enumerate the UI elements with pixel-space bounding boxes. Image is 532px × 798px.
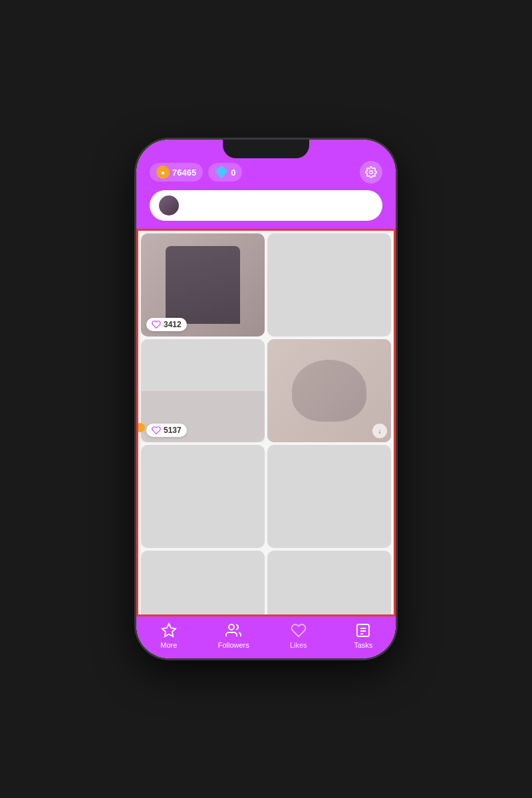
avatar-image [159, 196, 179, 215]
heart-icon [152, 426, 161, 435]
bottom-nav: More Followers [136, 616, 396, 658]
face-detail [292, 360, 366, 422]
grid-item[interactable] [267, 233, 391, 336]
coins-value: 76465 [172, 168, 196, 178]
svg-rect-2 [357, 624, 369, 636]
face-overlay [267, 339, 391, 442]
header-top: ● 76465 0 [147, 161, 385, 184]
diamond-badge: 0 [208, 163, 242, 182]
svg-point-1 [229, 624, 234, 630]
tasks-nav-icon [354, 622, 372, 639]
avatar [159, 196, 179, 215]
grid-item[interactable]: 3412 [141, 233, 265, 336]
diamonds-value: 0 [231, 168, 235, 178]
figure-silhouette [166, 246, 240, 323]
nav-label-followers: Followers [218, 641, 249, 649]
grid-item[interactable] [141, 551, 265, 616]
like-count-2: 5137 [164, 426, 182, 435]
nav-item-followers[interactable]: Followers [201, 622, 267, 649]
notch [223, 140, 309, 158]
nav-label-tasks: Tasks [354, 641, 372, 649]
floating-dot [136, 423, 145, 432]
grid-item[interactable]: ↓ [267, 339, 391, 442]
nav-label-more: More [160, 641, 177, 649]
settings-button[interactable] [360, 161, 382, 184]
grid-item[interactable] [141, 445, 265, 548]
coin-icon: ● [156, 166, 170, 179]
svg-point-0 [370, 171, 373, 174]
like-badge: 5137 [146, 424, 187, 437]
grid-item[interactable]: 5137 [141, 339, 265, 442]
more-nav-icon [160, 622, 178, 639]
grid-container: 3412 5137 [138, 231, 394, 616]
coins-container: ● 76465 0 [150, 163, 242, 182]
likes-nav-icon [290, 622, 307, 639]
heart-icon [152, 320, 161, 329]
phone-frame: ● 76465 0 [136, 140, 396, 658]
diamond-icon [215, 166, 228, 179]
nav-item-tasks[interactable]: Tasks [331, 622, 396, 649]
nav-item-likes[interactable]: Likes [266, 622, 331, 649]
download-icon: ↓ [372, 424, 387, 438]
like-count-1: 3412 [164, 320, 182, 329]
grid-item[interactable] [267, 551, 391, 616]
followers-nav-icon [225, 622, 242, 639]
settings-icon [365, 166, 377, 178]
content-area: 3412 5137 [136, 229, 396, 616]
search-bar[interactable] [150, 190, 382, 221]
phone-screen: ● 76465 0 [136, 140, 396, 658]
nav-item-more[interactable]: More [136, 622, 201, 649]
like-badge: 3412 [146, 318, 187, 331]
grid-item[interactable] [267, 445, 391, 548]
coin-badge: ● 76465 [150, 163, 203, 182]
nav-label-likes: Likes [290, 641, 307, 649]
